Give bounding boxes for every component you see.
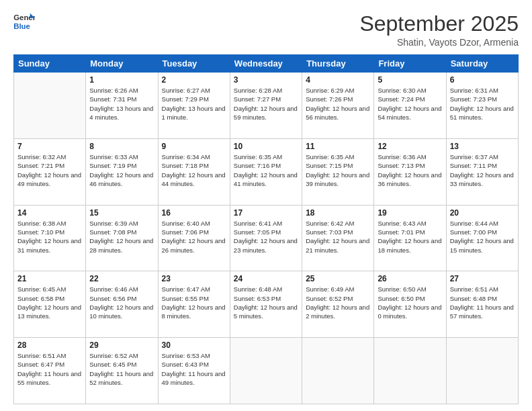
col-monday: Monday: [86, 55, 158, 73]
sunset-text: Sunset: 7:26 PM: [306, 95, 353, 103]
logo: General Blue: [13, 12, 35, 31]
calendar: Sunday Monday Tuesday Wednesday Thursday…: [13, 54, 519, 404]
sunrise-text: Sunrise: 6:30 AM: [378, 87, 426, 94]
sunrise-text: Sunrise: 6:29 AM: [306, 87, 354, 94]
sunset-text: Sunset: 6:45 PM: [89, 361, 136, 368]
table-row: 7Sunrise: 6:32 AMSunset: 7:21 PMDaylight…: [14, 138, 86, 205]
sunrise-text: Sunrise: 6:33 AM: [89, 153, 138, 161]
table-row: 1Sunrise: 6:26 AMSunset: 7:31 PMDaylight…: [86, 73, 158, 139]
table-row: [230, 338, 302, 404]
sunset-text: Sunset: 6:55 PM: [162, 295, 209, 302]
day-info: Sunrise: 6:41 AMSunset: 7:05 PMDaylight:…: [234, 219, 298, 255]
day-number: 4: [306, 75, 370, 85]
day-number: 1: [89, 75, 154, 85]
daylight-text: Daylight: 12 hours and 39 minutes.: [306, 171, 369, 187]
table-row: [374, 338, 446, 404]
sunrise-text: Sunrise: 6:32 AM: [17, 153, 66, 161]
sunset-text: Sunset: 6:47 PM: [17, 361, 64, 368]
sunrise-text: Sunrise: 6:40 AM: [162, 220, 210, 227]
sunrise-text: Sunrise: 6:28 AM: [234, 87, 282, 94]
day-number: 25: [306, 274, 370, 283]
table-row: 26Sunrise: 6:50 AMSunset: 6:50 PMDayligh…: [374, 271, 446, 338]
sunrise-text: Sunrise: 6:26 AM: [89, 87, 138, 94]
col-wednesday: Wednesday: [230, 55, 302, 73]
table-row: 24Sunrise: 6:48 AMSunset: 6:53 PMDayligh…: [230, 271, 302, 338]
daylight-text: Daylight: 12 hours and 21 minutes.: [306, 237, 369, 253]
sunrise-text: Sunrise: 6:35 AM: [234, 153, 282, 161]
day-number: 5: [378, 75, 442, 85]
sunset-text: Sunset: 7:10 PM: [17, 228, 64, 236]
table-row: 14Sunrise: 6:38 AMSunset: 7:10 PMDayligh…: [14, 205, 86, 271]
page: General Blue September 2025 Shatin, Vayo…: [0, 0, 532, 411]
daylight-text: Daylight: 12 hours and 49 minutes.: [17, 171, 81, 187]
day-info: Sunrise: 6:30 AMSunset: 7:24 PMDaylight:…: [378, 86, 442, 122]
table-row: 15Sunrise: 6:39 AMSunset: 7:08 PMDayligh…: [86, 205, 158, 271]
sunset-text: Sunset: 7:29 PM: [162, 95, 209, 103]
daylight-text: Daylight: 12 hours and 18 minutes.: [378, 237, 441, 253]
daylight-text: Daylight: 12 hours and 33 minutes.: [450, 171, 514, 187]
table-row: 16Sunrise: 6:40 AMSunset: 7:06 PMDayligh…: [158, 205, 230, 271]
day-number: 8: [89, 142, 154, 151]
sunset-text: Sunset: 7:06 PM: [162, 228, 209, 236]
sunrise-text: Sunrise: 6:53 AM: [162, 352, 210, 359]
day-info: Sunrise: 6:31 AMSunset: 7:23 PMDaylight:…: [450, 86, 515, 122]
sunset-text: Sunset: 7:00 PM: [450, 228, 497, 236]
col-saturday: Saturday: [446, 55, 518, 73]
day-info: Sunrise: 6:51 AMSunset: 6:47 PMDaylight:…: [17, 351, 82, 387]
day-info: Sunrise: 6:51 AMSunset: 6:48 PMDaylight:…: [450, 285, 515, 320]
sunrise-text: Sunrise: 6:45 AM: [17, 285, 66, 293]
sunset-text: Sunset: 7:21 PM: [17, 162, 64, 169]
calendar-week-row: 21Sunrise: 6:45 AMSunset: 6:58 PMDayligh…: [14, 271, 519, 338]
daylight-text: Daylight: 12 hours and 5 minutes.: [234, 304, 298, 320]
day-info: Sunrise: 6:37 AMSunset: 7:11 PMDaylight:…: [450, 152, 515, 188]
day-number: 2: [162, 75, 226, 85]
table-row: 5Sunrise: 6:30 AMSunset: 7:24 PMDaylight…: [374, 73, 446, 139]
daylight-text: Daylight: 12 hours and 26 minutes.: [162, 237, 226, 253]
day-number: 27: [450, 274, 515, 283]
day-info: Sunrise: 6:52 AMSunset: 6:45 PMDaylight:…: [89, 351, 154, 387]
sunrise-text: Sunrise: 6:27 AM: [162, 87, 210, 94]
table-row: 19Sunrise: 6:43 AMSunset: 7:01 PMDayligh…: [374, 205, 446, 271]
table-row: [14, 73, 86, 139]
day-number: 26: [378, 274, 442, 283]
sunrise-text: Sunrise: 6:46 AM: [89, 285, 138, 293]
table-row: 11Sunrise: 6:35 AMSunset: 7:15 PMDayligh…: [302, 138, 374, 205]
table-row: [302, 338, 374, 404]
table-row: 22Sunrise: 6:46 AMSunset: 6:56 PMDayligh…: [86, 271, 158, 338]
sunset-text: Sunset: 7:01 PM: [378, 228, 425, 236]
sunrise-text: Sunrise: 6:38 AM: [17, 220, 66, 227]
table-row: 8Sunrise: 6:33 AMSunset: 7:19 PMDaylight…: [86, 138, 158, 205]
day-info: Sunrise: 6:26 AMSunset: 7:31 PMDaylight:…: [89, 86, 154, 122]
sunset-text: Sunset: 7:23 PM: [450, 95, 497, 103]
table-row: 27Sunrise: 6:51 AMSunset: 6:48 PMDayligh…: [446, 271, 518, 338]
day-info: Sunrise: 6:53 AMSunset: 6:43 PMDaylight:…: [162, 351, 226, 387]
sunset-text: Sunset: 7:03 PM: [306, 228, 353, 236]
day-number: 19: [378, 208, 442, 218]
daylight-text: Daylight: 11 hours and 52 minutes.: [89, 370, 153, 386]
daylight-text: Daylight: 12 hours and 36 minutes.: [378, 171, 441, 187]
daylight-text: Daylight: 12 hours and 59 minutes.: [234, 105, 298, 121]
sunset-text: Sunset: 7:15 PM: [306, 162, 353, 169]
day-info: Sunrise: 6:47 AMSunset: 6:55 PMDaylight:…: [162, 285, 226, 320]
daylight-text: Daylight: 12 hours and 2 minutes.: [306, 304, 369, 320]
day-number: 23: [162, 274, 226, 283]
col-tuesday: Tuesday: [158, 55, 230, 73]
sunrise-text: Sunrise: 6:42 AM: [306, 220, 354, 227]
day-number: 29: [89, 340, 154, 350]
table-row: 12Sunrise: 6:36 AMSunset: 7:13 PMDayligh…: [374, 138, 446, 205]
daylight-text: Daylight: 12 hours and 13 minutes.: [17, 304, 81, 320]
sunrise-text: Sunrise: 6:49 AM: [306, 285, 354, 293]
day-info: Sunrise: 6:35 AMSunset: 7:16 PMDaylight:…: [234, 152, 298, 188]
day-number: 15: [89, 208, 154, 218]
sunrise-text: Sunrise: 6:31 AM: [450, 87, 498, 94]
sunset-text: Sunset: 7:27 PM: [234, 95, 281, 103]
sunset-text: Sunset: 7:11 PM: [450, 162, 497, 169]
day-number: 7: [17, 142, 82, 151]
day-info: Sunrise: 6:38 AMSunset: 7:10 PMDaylight:…: [17, 219, 82, 255]
daylight-text: Daylight: 12 hours and 54 minutes.: [378, 105, 441, 121]
day-number: 11: [306, 142, 370, 151]
day-info: Sunrise: 6:33 AMSunset: 7:19 PMDaylight:…: [89, 152, 154, 188]
day-info: Sunrise: 6:29 AMSunset: 7:26 PMDaylight:…: [306, 86, 370, 122]
day-number: 21: [17, 274, 82, 283]
table-row: 9Sunrise: 6:34 AMSunset: 7:18 PMDaylight…: [158, 138, 230, 205]
